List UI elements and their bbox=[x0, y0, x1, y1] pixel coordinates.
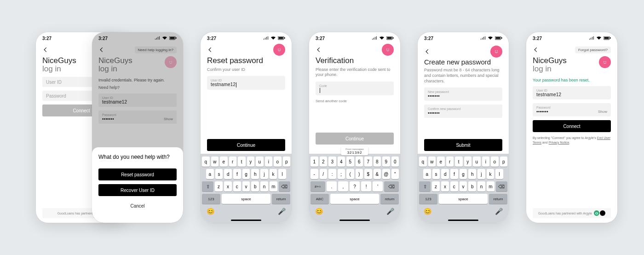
key-m[interactable]: m bbox=[270, 181, 277, 191]
key-i[interactable]: i bbox=[482, 156, 490, 167]
key-z[interactable]: z bbox=[432, 181, 440, 191]
key-;[interactable]: ; bbox=[338, 169, 345, 179]
key-&[interactable]: & bbox=[374, 169, 381, 179]
key-d[interactable]: d bbox=[441, 169, 449, 179]
show-password-toggle[interactable]: Show bbox=[598, 110, 607, 114]
key-2[interactable]: 2 bbox=[320, 156, 328, 167]
key-o[interactable]: o bbox=[491, 156, 499, 167]
key-y[interactable]: y bbox=[247, 156, 255, 167]
key-l[interactable]: l bbox=[495, 169, 503, 179]
mic-key[interactable]: 🎤 bbox=[386, 208, 394, 215]
key-e[interactable]: e bbox=[220, 156, 228, 167]
key-x[interactable]: x bbox=[224, 181, 232, 191]
key-n[interactable]: n bbox=[477, 181, 485, 191]
key--[interactable]: - bbox=[310, 169, 318, 179]
key-,[interactable]: , bbox=[338, 181, 348, 191]
mic-key[interactable]: 🎤 bbox=[278, 208, 286, 215]
cancel-button[interactable]: Cancel bbox=[98, 200, 177, 212]
home-indicator[interactable] bbox=[448, 220, 478, 221]
key-n[interactable]: n bbox=[260, 181, 268, 191]
user-id-field[interactable]: User ID testname12 bbox=[533, 86, 611, 99]
shift-key[interactable]: ⇧ bbox=[419, 181, 431, 191]
keyboard[interactable]: From messages 321392 1234567890 -/:;()$&… bbox=[309, 154, 400, 223]
key-g[interactable]: g bbox=[460, 169, 467, 179]
key-c[interactable]: c bbox=[450, 181, 458, 191]
mode-123-key[interactable]: 123 bbox=[202, 194, 220, 204]
password-field[interactable]: Password ••••••• Show bbox=[533, 103, 611, 116]
key-?[interactable]: ? bbox=[350, 181, 360, 191]
key-i[interactable]: i bbox=[265, 156, 273, 167]
back-icon[interactable] bbox=[207, 46, 213, 53]
mic-key[interactable]: 🎤 bbox=[495, 208, 503, 215]
key-j[interactable]: j bbox=[477, 169, 485, 179]
key-5[interactable]: 5 bbox=[346, 156, 354, 167]
key-/[interactable]: / bbox=[320, 169, 328, 179]
home-indicator[interactable] bbox=[231, 220, 261, 221]
key-d[interactable]: d bbox=[224, 169, 232, 179]
key-g[interactable]: g bbox=[242, 169, 250, 179]
home-indicator[interactable] bbox=[339, 220, 370, 221]
key-k[interactable]: k bbox=[270, 169, 277, 179]
key-m[interactable]: m bbox=[487, 181, 494, 191]
key-f[interactable]: f bbox=[233, 169, 241, 179]
key-7[interactable]: 7 bbox=[364, 156, 372, 167]
submit-button[interactable]: Submit bbox=[424, 139, 502, 151]
key-v[interactable]: v bbox=[242, 181, 250, 191]
key-y[interactable]: y bbox=[464, 156, 472, 167]
key-:[interactable]: : bbox=[328, 169, 336, 179]
key-'[interactable]: ' bbox=[373, 181, 383, 191]
key-r[interactable]: r bbox=[446, 156, 454, 167]
key-x[interactable]: x bbox=[441, 181, 449, 191]
connect-button[interactable]: Connect bbox=[533, 120, 611, 132]
key-v[interactable]: v bbox=[460, 181, 467, 191]
key-4[interactable]: 4 bbox=[338, 156, 345, 167]
mode-sym-key[interactable]: #+= bbox=[310, 181, 325, 191]
key-$[interactable]: $ bbox=[364, 169, 372, 179]
back-icon[interactable] bbox=[424, 48, 431, 55]
key-@[interactable]: @ bbox=[382, 169, 390, 179]
key-l[interactable]: l bbox=[278, 169, 286, 179]
code-field[interactable]: Code bbox=[316, 81, 394, 95]
key-c[interactable]: c bbox=[233, 181, 241, 191]
key-f[interactable]: f bbox=[450, 169, 458, 179]
key-)[interactable]: ) bbox=[356, 169, 363, 179]
key-6[interactable]: 6 bbox=[356, 156, 363, 167]
autofill-hint[interactable]: From messages 321392 bbox=[341, 147, 368, 155]
key-"[interactable]: " bbox=[391, 169, 399, 179]
emoji-key[interactable]: 😊 bbox=[315, 208, 323, 215]
key-h[interactable]: h bbox=[468, 169, 476, 179]
key-.[interactable]: . bbox=[327, 181, 337, 191]
assistant-smiley-icon[interactable] bbox=[490, 46, 502, 58]
key-p[interactable]: p bbox=[500, 156, 508, 167]
assistant-smiley-icon[interactable] bbox=[382, 44, 394, 56]
keyboard[interactable]: qwertyuiop asdfghjkl ⇧ zxcvbnm ⌫ 123 spa… bbox=[418, 154, 509, 223]
new-password-field[interactable]: New password ••••••• bbox=[424, 87, 502, 101]
key-a[interactable]: a bbox=[423, 169, 431, 179]
key-j[interactable]: j bbox=[260, 169, 268, 179]
key-t[interactable]: t bbox=[455, 156, 463, 167]
key-s[interactable]: s bbox=[432, 169, 440, 179]
space-key[interactable]: space bbox=[439, 194, 488, 204]
key-u[interactable]: u bbox=[473, 156, 481, 167]
key-u[interactable]: u bbox=[256, 156, 264, 167]
shift-key[interactable]: ⇧ bbox=[202, 181, 213, 191]
recover-user-id-button[interactable]: Recover User ID bbox=[98, 184, 177, 196]
emoji-key[interactable]: 😊 bbox=[207, 208, 214, 215]
key-o[interactable]: o bbox=[274, 156, 282, 167]
mode-abc-key[interactable]: ABC bbox=[310, 194, 329, 204]
continue-button[interactable]: Continue bbox=[207, 139, 285, 151]
key-1[interactable]: 1 bbox=[310, 156, 318, 167]
key-([interactable]: ( bbox=[346, 169, 354, 179]
send-another-code-link[interactable]: Send another code bbox=[316, 99, 394, 103]
key-8[interactable]: 8 bbox=[374, 156, 381, 167]
key-w[interactable]: w bbox=[428, 156, 436, 167]
forgot-password-link[interactable]: Forgot password? bbox=[575, 46, 611, 53]
user-id-field[interactable]: User ID testname12 bbox=[207, 76, 285, 90]
key-t[interactable]: t bbox=[238, 156, 246, 167]
key-z[interactable]: z bbox=[215, 181, 223, 191]
key-w[interactable]: w bbox=[211, 156, 219, 167]
key-e[interactable]: e bbox=[437, 156, 445, 167]
delete-key[interactable]: ⌫ bbox=[384, 181, 399, 191]
key-b[interactable]: b bbox=[251, 181, 259, 191]
reset-password-button[interactable]: Reset password bbox=[98, 168, 177, 180]
